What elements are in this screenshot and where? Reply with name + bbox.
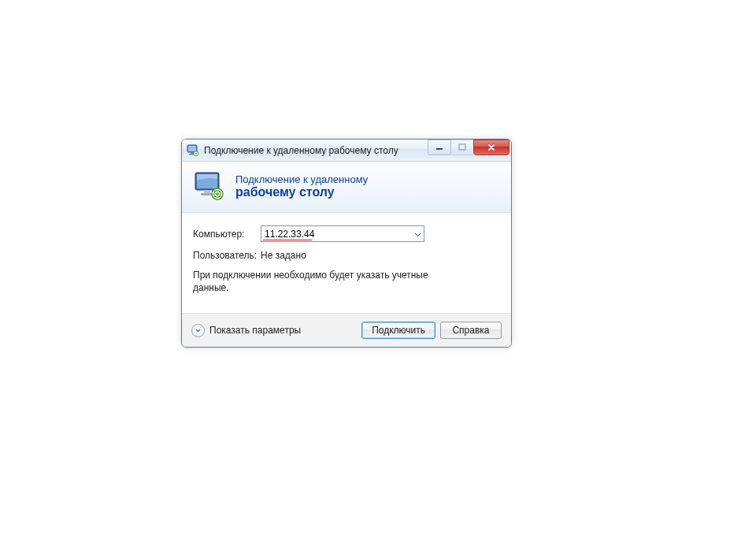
svg-rect-9 <box>204 190 210 193</box>
header-line1: Подключение к удаленному <box>235 173 368 185</box>
rdp-dialog-window: Подключение к удаленному рабочему столу <box>181 139 512 348</box>
window-title: Подключение к удаленному рабочему столу <box>204 145 428 156</box>
computer-row: Компьютер: <box>193 225 500 242</box>
connect-button[interactable]: Подключить <box>361 322 435 339</box>
credentials-hint: При подключении необходимо будет указать… <box>193 269 429 294</box>
svg-rect-1 <box>188 146 196 151</box>
spellcheck-underline-icon <box>263 240 312 240</box>
header-text: Подключение к удаленному рабочему столу <box>235 173 368 199</box>
rdp-monitor-icon <box>193 169 226 203</box>
window-control-buttons <box>428 140 510 161</box>
svg-rect-2 <box>191 152 194 154</box>
header-line2: рабочему столу <box>235 185 368 199</box>
titlebar: Подключение к удаленному рабочему столу <box>182 140 511 162</box>
user-row: Пользователь: Не задано <box>193 250 500 261</box>
svg-rect-6 <box>459 144 465 150</box>
rdp-app-icon <box>187 144 199 157</box>
svg-rect-5 <box>436 148 443 150</box>
user-value: Не задано <box>261 250 306 261</box>
dialog-body: Компьютер: Пользователь: Не задано При п… <box>182 213 511 313</box>
computer-combo <box>261 225 424 242</box>
user-label: Пользователь: <box>193 250 261 261</box>
minimize-button[interactable] <box>428 140 451 155</box>
computer-label: Компьютер: <box>193 229 261 240</box>
chevron-down-circle-icon <box>191 324 205 337</box>
show-options-label: Показать параметры <box>209 325 301 336</box>
help-button[interactable]: Справка <box>440 322 502 339</box>
close-button[interactable] <box>473 140 510 155</box>
maximize-button <box>450 140 474 155</box>
dialog-footer: Показать параметры Подключить Справка <box>182 313 511 347</box>
show-options-toggle[interactable]: Показать параметры <box>191 324 301 337</box>
header-band: Подключение к удаленному рабочему столу <box>182 162 511 213</box>
